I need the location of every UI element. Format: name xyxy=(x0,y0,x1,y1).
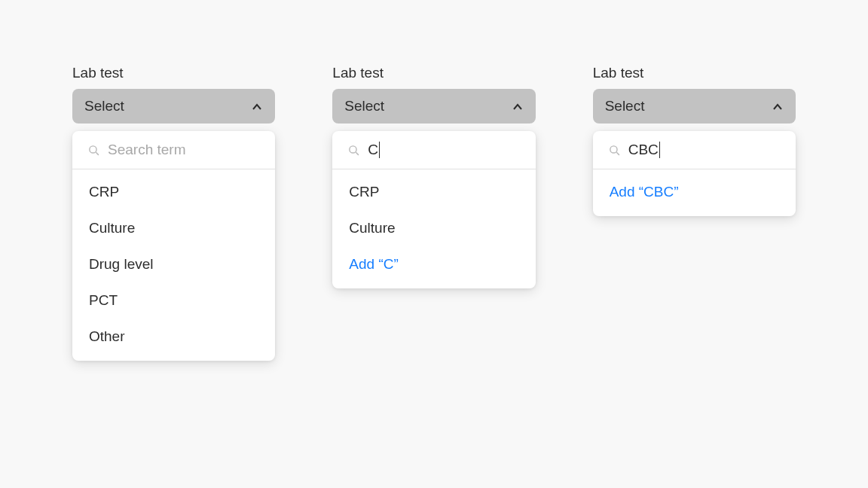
dropdown-panel: CBC Add “CBC” xyxy=(593,131,796,216)
search-icon xyxy=(87,144,100,157)
field-label: Lab test xyxy=(332,65,535,81)
search-input[interactable]: Search term xyxy=(72,131,275,169)
search-icon xyxy=(347,144,360,157)
option-culture[interactable]: Culture xyxy=(72,210,275,246)
option-crp[interactable]: CRP xyxy=(332,174,535,210)
lab-test-select-group: Lab test Select C CRP Culture Add “C” xyxy=(332,65,535,288)
dropdown-panel: Search term CRP Culture Drug level PCT O… xyxy=(72,131,275,361)
search-value: CBC xyxy=(628,142,660,158)
text-caret xyxy=(659,142,660,158)
field-label: Lab test xyxy=(72,65,275,81)
options-list: CRP Culture Add “C” xyxy=(332,169,535,288)
dropdown-panel: C CRP Culture Add “C” xyxy=(332,131,535,288)
chevron-up-icon xyxy=(251,100,263,112)
options-list: Add “CBC” xyxy=(593,169,796,216)
chevron-up-icon xyxy=(512,100,524,112)
svg-line-5 xyxy=(616,152,619,155)
lab-test-select-group: Lab test Select CBC Add “CBC” xyxy=(593,65,796,216)
svg-point-2 xyxy=(350,145,356,152)
select-trigger[interactable]: Select xyxy=(593,89,796,124)
svg-line-1 xyxy=(96,152,99,155)
select-trigger[interactable]: Select xyxy=(72,89,275,124)
search-icon xyxy=(608,144,621,157)
search-input[interactable]: CBC xyxy=(593,131,796,169)
select-value: Select xyxy=(344,98,384,114)
search-value: C xyxy=(368,142,380,158)
search-placeholder: Search term xyxy=(108,142,185,158)
search-input[interactable]: C xyxy=(332,131,535,169)
select-value: Select xyxy=(84,98,124,114)
field-label: Lab test xyxy=(593,65,796,81)
option-other[interactable]: Other xyxy=(72,319,275,355)
option-culture[interactable]: Culture xyxy=(332,210,535,246)
lab-test-select-group: Lab test Select Search term CRP Culture … xyxy=(72,65,275,361)
text-caret xyxy=(379,142,380,158)
svg-point-4 xyxy=(610,145,616,152)
add-new-option[interactable]: Add “CBC” xyxy=(593,174,796,210)
option-crp[interactable]: CRP xyxy=(72,174,275,210)
option-drug-level[interactable]: Drug level xyxy=(72,246,275,282)
svg-line-3 xyxy=(356,152,359,155)
add-new-option[interactable]: Add “C” xyxy=(332,246,535,282)
option-pct[interactable]: PCT xyxy=(72,282,275,319)
chevron-up-icon xyxy=(772,100,784,112)
select-value: Select xyxy=(605,98,645,114)
select-trigger[interactable]: Select xyxy=(332,89,535,124)
options-list: CRP Culture Drug level PCT Other xyxy=(72,169,275,361)
svg-point-0 xyxy=(90,145,96,152)
